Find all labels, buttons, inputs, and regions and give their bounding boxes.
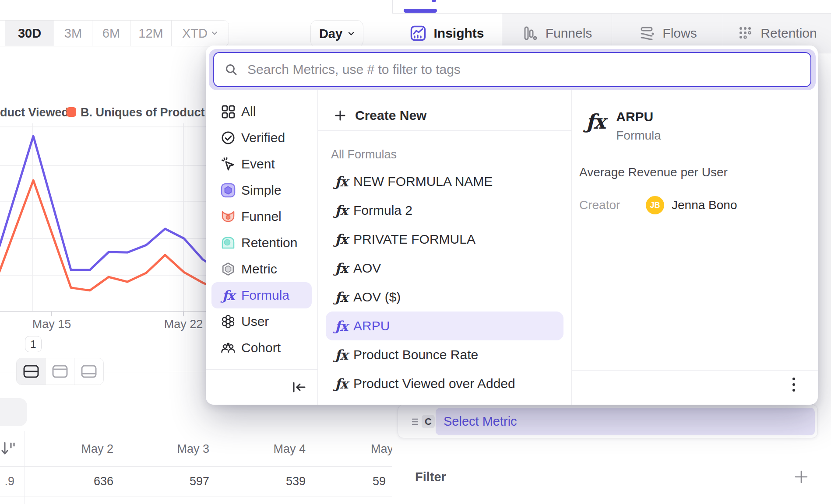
table-cell-cropped: 59 — [373, 473, 386, 489]
table-cell: 636 — [94, 473, 113, 489]
fx-icon: ƒx — [334, 260, 348, 276]
creator-avatar: JB — [646, 196, 664, 214]
drag-handle-icon[interactable] — [411, 417, 420, 426]
select-metric-field[interactable]: Select Metric — [436, 408, 815, 435]
fx-icon: ƒx — [334, 318, 348, 334]
formula-list-item[interactable]: ƒxAOV ($) — [318, 283, 571, 312]
sidebar-item-label: User — [241, 314, 269, 329]
legend-series-b-swatch — [67, 107, 76, 117]
formula-list-item[interactable]: ƒxProduct Viewed over Added — [318, 369, 571, 398]
plus-icon — [334, 109, 346, 122]
cohort-people-icon — [220, 340, 236, 356]
user-cluster-icon — [220, 314, 236, 329]
legend-series-a-label[interactable]: duct Viewed — [0, 106, 69, 119]
date-range-group: 30D 3M 6M 12M XTD — [0, 20, 229, 46]
table-header-may2[interactable]: May 2 — [81, 441, 113, 457]
app-screen: 30D 3M 6M 12M XTD Day duct Viewed B. Uni… — [0, 0, 831, 504]
granularity-button[interactable]: Day — [310, 20, 363, 47]
sidebar-item-user[interactable]: User — [206, 308, 317, 335]
x-tick-label-may22: May 22 — [164, 318, 203, 331]
table-header-may3[interactable]: May 3 — [177, 441, 209, 457]
table-row-divider — [0, 497, 392, 497]
sidebar-item-funnel[interactable]: Funnel — [206, 203, 317, 230]
table-header-may5-cropped[interactable]: May — [371, 441, 393, 457]
range-button-3m[interactable]: 3M — [54, 21, 92, 46]
sidebar-item-all[interactable]: All — [206, 98, 317, 125]
formula-list-item-selected[interactable]: ƒxARPU — [326, 312, 563, 340]
sort-icon[interactable] — [1, 441, 16, 457]
formula-list-item[interactable]: ƒxFormula 2 — [318, 196, 571, 225]
creator-row: Creator JB Jenna Bono — [579, 196, 818, 214]
formula-list-item[interactable]: ƒxNEW FORMULA NAME — [318, 167, 571, 196]
formula-name: Product Viewed over Added — [353, 376, 515, 391]
sidebar-item-event[interactable]: Event — [206, 151, 317, 177]
sidebar-item-cohort[interactable]: Cohort — [206, 335, 317, 361]
range-button-xtd[interactable]: XTD — [172, 21, 229, 46]
fx-icon: ƒx — [334, 347, 348, 363]
fx-icon: ƒx — [334, 231, 348, 247]
search-box — [213, 52, 811, 87]
more-options-kebab-icon[interactable] — [787, 376, 800, 393]
formula-name: AOV — [353, 261, 381, 276]
formula-list-item[interactable]: ƒxProduct Bounce Rate — [318, 340, 571, 369]
layout-toggle-group — [16, 358, 104, 385]
pagination-page-button[interactable]: 1 — [25, 336, 42, 352]
chart-series-lines — [0, 136, 207, 290]
flows-stream-icon — [638, 25, 655, 42]
metric-row-card: C Select Metric — [398, 404, 818, 438]
layout-table-view-button[interactable] — [74, 358, 103, 385]
list-divider — [318, 130, 571, 131]
formula-name: Product Bounce Rate — [353, 347, 478, 362]
fx-icon: ƒx — [334, 289, 348, 305]
formula-list-item[interactable]: ƒxAOV — [318, 254, 571, 283]
top-bar-view-icon — [52, 364, 68, 378]
sidebar-item-label: Verified — [241, 130, 285, 145]
table-header-may4[interactable]: May 4 — [273, 441, 306, 457]
creator-label: Creator — [579, 198, 646, 212]
tab-flows-label: Flows — [662, 26, 697, 41]
detail-description: Average Revenue per User — [579, 165, 818, 179]
formula-section-header: All Formulas — [318, 146, 571, 163]
layout-chart-view-button[interactable] — [46, 358, 74, 385]
search-focus-halo — [209, 49, 816, 90]
range-button-12m[interactable]: 12M — [130, 21, 172, 46]
event-cursor-icon — [220, 156, 236, 172]
range-button-30d[interactable]: 30D — [5, 21, 54, 46]
fx-icon: ƒx — [334, 376, 348, 392]
dropdown-body: All Verified Event Simple Funnel — [206, 90, 818, 405]
formula-name: NEW FORMULA NAME — [353, 174, 493, 189]
formula-list: ƒxNEW FORMULA NAME ƒxFormula 2 ƒxPRIVATE… — [318, 163, 571, 398]
select-metric-label: Select Metric — [444, 414, 517, 429]
creator-name: Jenna Bono — [672, 198, 737, 212]
create-new-button[interactable]: Create New — [318, 101, 571, 130]
range-button-cropped[interactable] — [0, 21, 5, 46]
sidebar-item-label: Retention — [241, 235, 297, 250]
add-filter-plus-icon[interactable] — [793, 469, 809, 485]
formula-list-item[interactable]: ƒxPRIVATE FORMULA — [318, 225, 571, 254]
range-xtd-label: XTD — [182, 26, 208, 41]
sidebar-item-metric[interactable]: Metric — [206, 256, 317, 282]
funnel-metric-icon — [220, 209, 236, 224]
sidebar-item-retention[interactable]: Retention — [206, 230, 317, 256]
formula-name: PRIVATE FORMULA — [353, 232, 475, 247]
sidebar-item-verified[interactable]: Verified — [206, 125, 317, 151]
simple-metric-icon — [220, 182, 236, 198]
collapse-panel-icon[interactable] — [291, 380, 307, 394]
funnels-bars-icon — [522, 25, 539, 42]
metric-detail-panel: ƒx ARPU Formula Average Revenue per User… — [572, 90, 818, 405]
verified-badge-icon — [220, 130, 236, 146]
search-input[interactable] — [247, 62, 800, 77]
tab-retention-label: Retention — [761, 26, 817, 41]
formula-name: ARPU — [353, 318, 390, 333]
granularity-label: Day — [319, 27, 342, 41]
x-tick-label-may15: May 15 — [32, 318, 71, 331]
formula-fx-icon: ƒx — [220, 287, 236, 303]
sidebar-item-label: Metric — [241, 262, 277, 276]
create-new-label: Create New — [355, 108, 426, 123]
table-corner-chip — [0, 398, 27, 426]
sidebar-item-formula[interactable]: ƒx Formula — [211, 282, 312, 308]
range-button-6m[interactable]: 6M — [92, 21, 130, 46]
layout-split-view-button[interactable] — [17, 358, 46, 385]
insights-chart-icon — [410, 25, 426, 42]
sidebar-item-simple[interactable]: Simple — [206, 177, 317, 203]
